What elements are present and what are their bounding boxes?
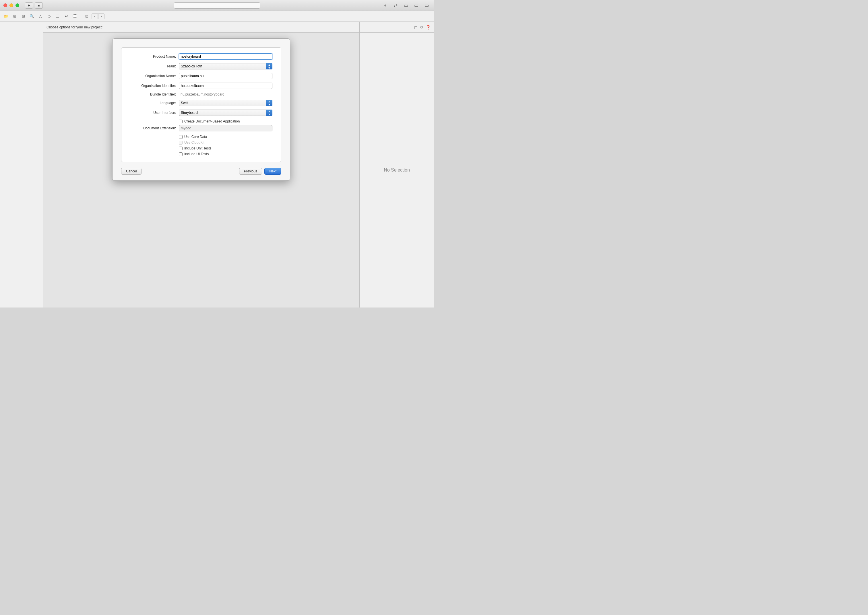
product-name-label: Product Name: (130, 55, 179, 59)
team-select[interactable]: Szabolcs Toth (179, 63, 272, 69)
ui-tests-row: Include UI Tests (130, 152, 272, 156)
layout3-icon[interactable]: ▭ (422, 2, 430, 9)
create-doc-row: Create Document-Based Application (130, 119, 272, 123)
toolbar: 📁 ⊞ ⊟ 🔍 △ ◇ ☰ ↩ 💬 ⊡ ‹ › (0, 11, 434, 22)
include-unit-tests-checkbox[interactable] (179, 147, 183, 150)
include-ui-tests-checkbox[interactable] (179, 152, 183, 156)
form-section: Product Name: Team: Szabolcs Toth (121, 47, 281, 162)
titlebar-controls: ▶ ■ (25, 2, 43, 9)
minimize-button[interactable] (9, 3, 13, 7)
ui-row: User Interface: Storyboard SwiftUI ▲▼ (130, 109, 272, 116)
back-icon[interactable]: ↩ (63, 13, 70, 20)
close-button[interactable] (3, 3, 7, 7)
toolbar-separator (81, 14, 81, 19)
bundle-id-row: Bundle Identifier: hu.purzelbaum.nostory… (130, 92, 272, 97)
stop-button[interactable]: ■ (35, 2, 43, 9)
grid-icon[interactable]: ⊞ (11, 13, 18, 20)
choose-options-label: Choose options for your new project: (47, 25, 102, 29)
filter-icon[interactable]: ⊟ (20, 13, 27, 20)
use-cloudkit-checkbox[interactable] (179, 141, 183, 145)
doc-ext-label: Document Extension: (130, 126, 179, 130)
org-name-row: Organization Name: (130, 73, 272, 79)
team-label: Team: (130, 64, 179, 68)
search-icon[interactable]: 🔍 (28, 13, 36, 20)
doc-ext-row: Document Extension: (130, 125, 272, 131)
previous-button[interactable]: Previous (239, 168, 262, 175)
codereview-icon[interactable]: ⇄ (391, 2, 400, 9)
titlebar-right: + ⇄ ▭ ▭ ▭ (381, 2, 430, 9)
right-panel-body: No Selection (360, 33, 434, 308)
warning-icon[interactable]: △ (37, 13, 44, 20)
inspector-icon-3[interactable]: ❓ (426, 25, 430, 30)
dialog-buttons-right: Previous Next (239, 168, 281, 175)
dialog-footer: Cancel Previous Next (121, 168, 281, 175)
doc-ext-input[interactable] (179, 125, 272, 131)
main-area: Choose options for your new project: Pro… (0, 22, 434, 308)
language-select[interactable]: Swift Objective-C (179, 100, 272, 106)
bundle-id-label: Bundle Identifier: (130, 92, 179, 97)
use-cloudkit-label[interactable]: Use CloudKit (184, 140, 204, 145)
org-name-label: Organization Name: (130, 74, 179, 78)
core-data-row: Use Core Data (130, 135, 272, 139)
create-doc-checkbox[interactable] (179, 120, 183, 123)
traffic-lights (3, 3, 19, 7)
split-icon[interactable]: ⊡ (83, 13, 91, 20)
nav-back-button[interactable]: ‹ (92, 14, 98, 19)
no-selection-label: No Selection (384, 167, 410, 173)
team-row: Team: Szabolcs Toth ▲▼ (130, 63, 272, 69)
org-id-row: Organization Identifier: (130, 83, 272, 89)
team-select-wrapper: Szabolcs Toth ▲▼ (179, 63, 272, 69)
product-name-row: Product Name: (130, 53, 272, 60)
nav-forward-button[interactable]: › (98, 14, 105, 19)
product-name-input[interactable] (179, 53, 272, 60)
new-project-dialog: Product Name: Team: Szabolcs Toth (112, 39, 290, 181)
next-button[interactable]: Next (264, 168, 281, 175)
bundle-id-value: hu.purzelbaum.nostoryboard (179, 92, 272, 97)
language-label: Language: (130, 101, 179, 105)
org-id-input[interactable] (179, 83, 272, 89)
nav-buttons: ‹ › (92, 14, 105, 19)
layout2-icon[interactable]: ▭ (412, 2, 420, 9)
add-icon[interactable]: + (381, 2, 389, 9)
ui-label: User Interface: (130, 111, 179, 115)
titlebar-search[interactable] (174, 2, 260, 9)
list-icon[interactable]: ☰ (54, 13, 61, 20)
cloudkit-row: Use CloudKit (130, 140, 272, 145)
include-ui-tests-label[interactable]: Include UI Tests (184, 152, 209, 156)
folder-icon[interactable]: 📁 (2, 13, 10, 20)
ui-select-wrapper: Storyboard SwiftUI ▲▼ (179, 109, 272, 116)
ui-select[interactable]: Storyboard SwiftUI (179, 109, 272, 116)
layout1-icon[interactable]: ▭ (402, 2, 410, 9)
content-toolbar: Choose options for your new project: (43, 22, 360, 33)
inspector-icon-2[interactable]: ↻ (420, 25, 423, 30)
org-id-label: Organization Identifier: (130, 84, 179, 88)
language-select-wrapper: Swift Objective-C ▲▼ (179, 100, 272, 106)
play-button[interactable]: ▶ (25, 2, 33, 9)
inspector-toolbar: ◻ ↻ ❓ (360, 22, 434, 33)
inspector-icon-1[interactable]: ◻ (414, 25, 418, 30)
maximize-button[interactable] (16, 3, 19, 7)
content-area: Choose options for your new project: Pro… (43, 22, 360, 308)
create-doc-label[interactable]: Create Document-Based Application (184, 119, 240, 123)
org-name-input[interactable] (179, 73, 272, 79)
include-unit-tests-label[interactable]: Include Unit Tests (184, 146, 211, 150)
use-core-data-checkbox[interactable] (179, 135, 183, 139)
left-panel (0, 22, 43, 308)
right-panel-container: ◻ ↻ ❓ No Selection (360, 22, 434, 308)
cancel-button[interactable]: Cancel (121, 168, 141, 175)
use-core-data-label[interactable]: Use Core Data (184, 135, 207, 139)
diamond-icon[interactable]: ◇ (45, 13, 53, 20)
language-row: Language: Swift Objective-C ▲▼ (130, 100, 272, 106)
comment-icon[interactable]: 💬 (71, 13, 79, 20)
titlebar: ▶ ■ + ⇄ ▭ ▭ ▭ (0, 0, 434, 11)
unit-tests-row: Include Unit Tests (130, 146, 272, 150)
content-body: Product Name: Team: Szabolcs Toth (43, 33, 360, 308)
